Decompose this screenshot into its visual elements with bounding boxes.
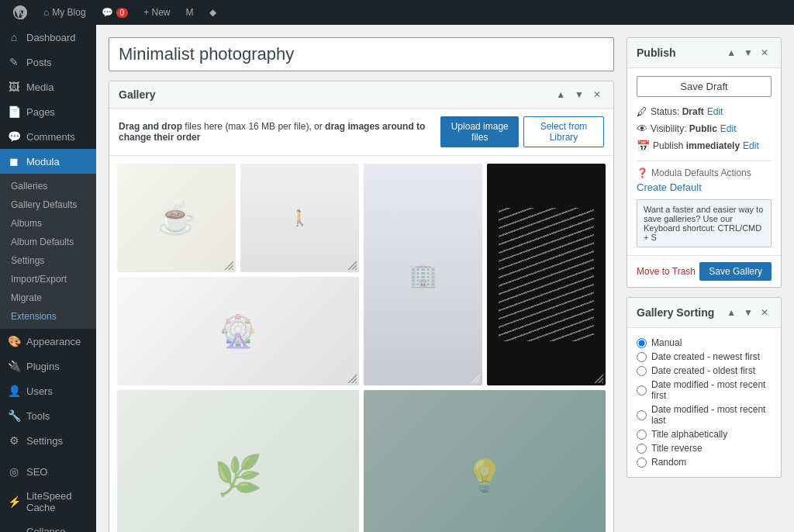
sort-radio-modified-recent[interactable] (637, 385, 647, 396)
publish-panel-controls: ▲ ▼ ✕ (723, 46, 772, 60)
sidebar-item-modula[interactable]: ◼ Modula (0, 149, 96, 174)
status-edit-link[interactable]: Edit (707, 106, 723, 117)
sidebar-label-settings: Settings (26, 435, 63, 447)
media-icon: 🖼 (8, 81, 20, 93)
wp-logo[interactable] (6, 5, 34, 20)
sidebar-item-tools[interactable]: 🔧 Tools (0, 403, 96, 428)
sidebar-item-galleries[interactable]: Galleries (0, 177, 96, 195)
sort-option-title-reverse[interactable]: Title reverse (637, 441, 772, 455)
sort-radio-random[interactable] (637, 458, 647, 468)
admin-bar-new[interactable]: + New (137, 0, 176, 25)
gallery-title-input[interactable] (109, 37, 614, 71)
resize-handle-coffee[interactable] (224, 261, 233, 270)
sort-option-manual[interactable]: Manual (637, 336, 772, 350)
admin-bar-modula2[interactable]: ◆ (203, 0, 223, 25)
sort-option-title-alpha[interactable]: Title alphabetically (637, 427, 772, 441)
publish-panel-footer: Move to Trash Save Gallery (627, 255, 781, 287)
grid-item-building[interactable] (364, 164, 482, 385)
gallery-expand-up-btn[interactable]: ▲ (553, 88, 568, 102)
sort-radio-modified-last[interactable] (637, 410, 647, 420)
sorting-panel-up-btn[interactable]: ▲ (723, 306, 739, 320)
sort-radio-title-reverse[interactable] (637, 444, 647, 454)
resize-handle-lines[interactable] (594, 374, 603, 383)
sidebar-item-appearance[interactable]: 🎨 Appearance (0, 329, 96, 354)
image-grid (109, 156, 613, 532)
sidebar-item-gallery-defaults[interactable]: Gallery Defaults (0, 195, 96, 214)
save-gallery-btn[interactable]: Save Gallery (699, 262, 772, 281)
sidebar-item-litespeed[interactable]: ⚡ LiteSpeed Cache (0, 484, 96, 520)
save-draft-btn[interactable]: Save Draft (637, 76, 772, 97)
sidebar-item-albums[interactable]: Albums (0, 214, 96, 233)
select-library-btn[interactable]: Select from Library (523, 116, 604, 147)
sidebar-label-tools: Tools (26, 410, 50, 422)
grid-item-lines[interactable] (487, 164, 606, 385)
sorting-panel-close-btn[interactable]: ✕ (758, 306, 772, 320)
sidebar: ⌂ Dashboard ✎ Posts 🖼 Media 📄 Pages 💬 Co… (0, 25, 96, 532)
publish-panel-close-btn[interactable]: ✕ (758, 46, 772, 60)
sort-radio-manual[interactable] (637, 338, 647, 348)
modula-defaults-title: Modula Defaults Actions (651, 168, 751, 178)
tools-icon: 🔧 (8, 409, 20, 422)
grid-item-coffee[interactable] (117, 164, 236, 272)
admin-bar-modula1[interactable]: M (180, 0, 200, 25)
sort-option-modified-recent[interactable]: Date modified - most recent first (637, 378, 772, 402)
sidebar-item-import-export[interactable]: Import/Export (0, 270, 96, 288)
sidebar-item-seo[interactable]: ◎ SEO (0, 459, 96, 484)
sidebar-item-extensions[interactable]: Extensions (0, 307, 96, 326)
sort-option-random[interactable]: Random (637, 455, 772, 469)
plugins-icon: 🔌 (8, 360, 20, 372)
grid-item-person[interactable] (240, 164, 359, 272)
sort-label-title-reverse: Title reverse (651, 443, 703, 454)
sidebar-item-comments[interactable]: 💬 Comments (0, 124, 96, 149)
move-to-trash-btn[interactable]: Move to Trash (637, 266, 696, 277)
sidebar-item-settings[interactable]: Settings (0, 251, 96, 270)
schedule-edit-link[interactable]: Edit (743, 140, 759, 151)
schedule-icon: 📅 (637, 140, 650, 152)
create-default-link[interactable]: Create Default (637, 181, 702, 193)
sort-option-date-oldest[interactable]: Date created - oldest first (637, 364, 772, 378)
sort-option-date-newest[interactable]: Date created - newest first (637, 350, 772, 364)
admin-bar-site[interactable]: ⌂ My Blog (37, 0, 92, 25)
publish-panel-body: Save Draft 🖊 Status: Draft Edit 👁 Visibi… (627, 68, 781, 255)
publish-visibility-row: 👁 Visibility: Public Edit (637, 120, 772, 137)
sidebar-item-settings-main[interactable]: ⚙ Settings (0, 428, 96, 453)
sidebar-item-migrate[interactable]: Migrate (0, 288, 96, 307)
publish-panel-down-btn[interactable]: ▼ (740, 46, 756, 60)
visibility-edit-link[interactable]: Edit (720, 123, 737, 134)
litespeed-icon: ⚡ (8, 496, 20, 508)
sidebar-item-dashboard[interactable]: ⌂ Dashboard (0, 25, 96, 50)
sidebar-item-collapse[interactable]: « Collapse menu (0, 520, 96, 532)
sort-option-modified-last[interactable]: Date modified - most recent last (637, 402, 772, 427)
gallery-toggle-btn[interactable]: ✕ (590, 88, 604, 102)
sort-label-title-alpha: Title alphabetically (651, 429, 727, 440)
comment-icon: 💬 (102, 7, 113, 18)
gallery-expand-down-btn[interactable]: ▼ (571, 88, 587, 102)
seo-icon: ◎ (8, 465, 20, 478)
sidebar-item-posts[interactable]: ✎ Posts (0, 50, 96, 74)
question-icon: ❓ (637, 168, 648, 178)
sorting-panel-header: Gallery Sorting ▲ ▼ ✕ (627, 298, 781, 328)
grid-item-lamp[interactable] (364, 390, 606, 532)
resize-handle-person[interactable] (347, 261, 357, 270)
sidebar-item-pages[interactable]: 📄 Pages (0, 99, 96, 124)
sidebar-label-litespeed: LiteSpeed Cache (26, 490, 88, 513)
grid-item-ferris[interactable] (117, 277, 359, 385)
sort-radio-title-alpha[interactable] (637, 430, 647, 440)
sidebar-item-users[interactable]: 👤 Users (0, 378, 96, 403)
publish-panel-up-btn[interactable]: ▲ (723, 46, 739, 60)
sidebar-label-collapse: Collapse menu (26, 526, 88, 532)
sorting-panel-down-btn[interactable]: ▼ (740, 306, 756, 320)
upload-image-btn[interactable]: Upload image files (440, 116, 518, 147)
appearance-icon: 🎨 (8, 335, 20, 347)
sidebar-submenu-modula: Galleries Gallery Defaults Albums Album … (0, 174, 96, 329)
modula-icon: ◼ (8, 155, 20, 168)
sidebar-item-plugins[interactable]: 🔌 Plugins (0, 354, 96, 378)
grid-item-plant[interactable] (117, 390, 359, 532)
sidebar-item-album-defaults[interactable]: Album Defaults (0, 233, 96, 251)
resize-handle-ferris[interactable] (347, 374, 357, 383)
admin-bar-comments[interactable]: 💬 0 (95, 0, 135, 25)
sidebar-item-media[interactable]: 🖼 Media (0, 74, 96, 99)
resize-handle-building[interactable] (471, 374, 480, 383)
sort-radio-date-newest[interactable] (637, 352, 647, 362)
sort-radio-date-oldest[interactable] (637, 366, 647, 376)
